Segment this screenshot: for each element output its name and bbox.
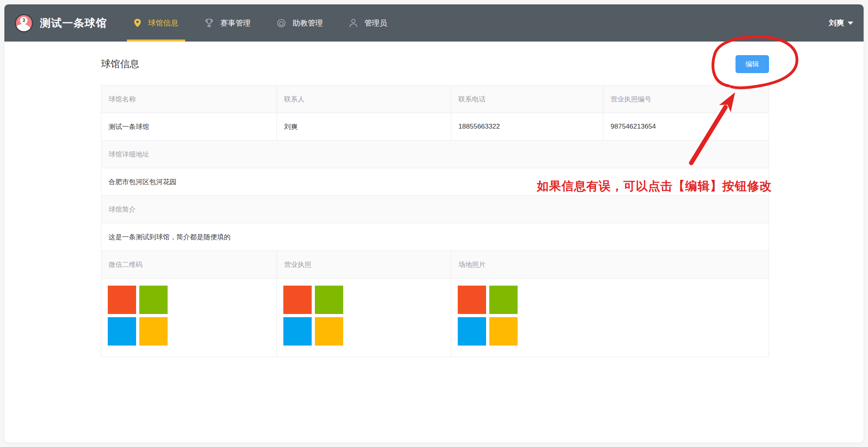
nav-item-event-management[interactable]: 赛事管理 (192, 4, 264, 42)
screen: 3 测试一条球馆 球馆信息 (0, 0, 868, 447)
nav-item-label: 赛事管理 (220, 18, 251, 28)
header-license-no: 营业执照编号 (603, 85, 769, 113)
ball-number: 3 (20, 17, 28, 24)
table-value-row: 这是一条测试到球馆，简介都是随便填的 (101, 223, 769, 251)
billiard-ball-logo-icon: 3 (15, 14, 33, 32)
nav-item-label: 助教管理 (293, 18, 323, 28)
header-venue-photos: 场地照片 (451, 251, 769, 278)
header-phone: 联系电话 (451, 85, 603, 113)
header-contact: 联系人 (277, 85, 451, 113)
value-license-no: 987546213654 (603, 113, 769, 141)
table-header-row: 球馆详细地址 (101, 141, 769, 168)
app-title: 测试一条球馆 (40, 16, 107, 30)
value-address: 合肥市包河区包河花园 (101, 168, 769, 196)
brand[interactable]: 3 测试一条球馆 (15, 14, 107, 32)
page-title: 球馆信息 (101, 58, 139, 70)
user-name: 刘爽 (829, 18, 844, 28)
cell-business-license (277, 278, 451, 357)
table-header-row: 微信二维码 营业执照 场地照片 (101, 251, 769, 278)
person-icon (349, 18, 358, 28)
venue-photo-image (458, 286, 518, 346)
value-venue-name: 测试一条球馆 (101, 113, 277, 141)
cell-wechat-qrcode (101, 278, 277, 357)
value-phone: 18855663322 (451, 113, 603, 141)
nav-item-administrator[interactable]: 管理员 (336, 4, 400, 42)
edit-button[interactable]: 编辑 (736, 55, 769, 73)
main-content: 球馆信息 编辑 球馆名称 联系人 联系电话 营业执照编号 测试一条球馆 (4, 55, 864, 357)
nav-item-label: 管理员 (364, 18, 387, 28)
ball-highlight (15, 24, 32, 32)
venue-info-table: 球馆名称 联系人 联系电话 营业执照编号 测试一条球馆 刘爽 188556633… (101, 85, 769, 357)
navbar: 3 测试一条球馆 球馆信息 (4, 4, 864, 42)
nav-item-venue-info[interactable]: 球馆信息 (121, 4, 192, 42)
header-address: 球馆详细地址 (101, 141, 769, 168)
table-value-row: 测试一条球馆 刘爽 18855663322 987546213654 (101, 113, 769, 141)
header-intro: 球馆简介 (101, 196, 769, 223)
table-header-row: 球馆简介 (101, 196, 769, 223)
circle-badge-icon (277, 19, 286, 28)
table-header-row: 球馆名称 联系人 联系电话 营业执照编号 (101, 85, 769, 113)
header-business-license: 营业执照 (277, 251, 451, 278)
location-pin-icon (134, 18, 141, 28)
nav-item-coach-management[interactable]: 助教管理 (264, 4, 336, 42)
app-card: 3 测试一条球馆 球馆信息 (4, 4, 864, 443)
nav-items: 球馆信息 赛事管理 (121, 4, 400, 42)
table-value-row: 合肥市包河区包河花园 (101, 168, 769, 196)
user-menu[interactable]: 刘爽 (829, 18, 853, 28)
wechat-qrcode-image (108, 286, 168, 346)
nav-item-label: 球馆信息 (148, 18, 178, 28)
cell-venue-photo (451, 278, 769, 357)
header-venue-name: 球馆名称 (101, 85, 277, 113)
value-intro: 这是一条测试到球馆，简介都是随便填的 (101, 223, 769, 251)
title-row: 球馆信息 编辑 (101, 55, 769, 73)
chevron-down-icon (848, 22, 853, 25)
value-contact: 刘爽 (277, 113, 451, 141)
header-wechat-qrcode: 微信二维码 (101, 251, 277, 278)
business-license-image (283, 286, 343, 346)
table-image-row (101, 278, 769, 357)
trophy-icon (205, 18, 214, 28)
active-tab-underline (127, 40, 185, 42)
